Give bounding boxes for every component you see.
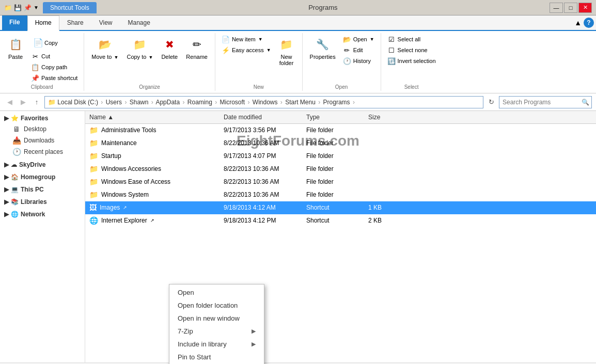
minimize-button[interactable]: — [550,3,563,13]
refresh-button[interactable]: ↻ [485,97,497,108]
delete-button[interactable]: ✖ Delete [158,34,181,62]
libraries-header[interactable]: ▶ 📚 Libraries [0,197,85,207]
tab-view[interactable]: View [91,15,120,30]
context-menu: Open Open folder location Open in new wi… [169,284,264,364]
table-row[interactable]: 📁Maintenance 8/22/2013 10:36 AM File fol… [85,137,596,150]
ctx-include-library[interactable]: Include in library ▶ [169,338,264,351]
col-header-name[interactable]: Name ▲ [85,113,219,122]
file-name: Windows Accessories [101,165,161,172]
organize-group: 📂 Move to ▼ 📁 Copy to ▼ ✖ Delete ✏ Renam… [84,33,215,91]
file-date: 8/22/2013 10:36 AM [219,177,302,186]
select-none-button[interactable]: ☐ Select none [385,45,438,55]
paste-shortcut-button[interactable]: 📌 Paste shortcut [29,73,80,83]
window-controls[interactable]: — □ ✕ [550,3,592,13]
new-group: 📄 New item ▼ ⚡ Easy access ▼ 📁 Newfolder… [215,33,303,91]
easy-access-button[interactable]: ⚡ Easy access ▼ [219,45,273,55]
search-box[interactable]: 🔍 [499,96,592,108]
paste-shortcut-icon: 📌 [31,74,39,82]
open-button[interactable]: 📂 Open ▼ [341,34,377,44]
paste-button[interactable]: 📋 Paste [4,34,27,62]
folder-icon: 📁 [89,178,98,186]
skydrive-header[interactable]: ▶ ☁ SkyDrive [0,160,85,170]
copy-button[interactable]: 📄 Copy [29,34,80,51]
folder-icon: 📁 [89,152,98,160]
new-folder-button[interactable]: 📁 Newfolder [275,34,298,68]
col-header-size[interactable]: Size [364,113,405,122]
col-header-date[interactable]: Date modified [219,113,302,122]
favorites-label: Favorites [21,115,48,122]
history-button[interactable]: 🕐 History [341,56,377,66]
open-group: 🔧 Properties 📂 Open ▼ ✏ Edit 🕐 History [303,33,381,91]
sidebar-item-downloads[interactable]: 📥 Downloads [0,135,85,146]
libraries-icon: 📚 [11,198,19,205]
ctx-open-folder[interactable]: Open folder location [169,299,264,312]
tab-manage[interactable]: Manage [120,15,158,30]
copy-label: Copy [44,40,58,46]
ctx-pin-start-label: Pin to Start [178,353,211,361]
ribbon-tabs: File Home Share View Manage ▲ ? [0,15,596,31]
file-date: 8/22/2013 10:36 AM [219,190,302,199]
ribbon: 📋 Paste 📄 Copy ✂ Cut 📋 Copy path 📌 [0,31,596,93]
ribbon-up-icon[interactable]: ▲ [574,19,582,27]
copy-path-label: Copy path [41,64,67,70]
file-date: 9/18/2013 4:12 AM [219,203,302,212]
address-bar: ◀ ▶ ↑ 📁 Local Disk (C:) › Users › Shawn … [0,93,596,111]
invert-selection-icon: 🔃 [387,57,396,65]
tab-home[interactable]: Home [27,15,59,31]
table-row[interactable]: 📁Windows Accessories 8/22/2013 10:36 AM … [85,163,596,176]
shortcut-tools-tab[interactable]: Shortcut Tools [43,2,97,13]
cut-button[interactable]: ✂ Cut [29,51,80,61]
copy-path-button[interactable]: 📋 Copy path [29,62,80,72]
favorites-header[interactable]: ▶ ⭐ Favorites [0,113,85,123]
edit-button[interactable]: ✏ Edit [341,45,377,55]
address-path[interactable]: 📁 Local Disk (C:) › Users › Shawn › AppD… [44,96,483,108]
table-row[interactable]: 🌐Internet Explorer↗ 9/18/2013 4:12 PM Sh… [85,214,596,227]
open-icon: 📂 [343,35,351,43]
tab-file[interactable]: File [2,15,27,30]
new-item-button[interactable]: 📄 New item ▼ [219,34,273,44]
search-input[interactable] [503,99,579,106]
table-row[interactable]: 🖼Images↗ 9/18/2013 4:12 AM Shortcut 1 KB [85,201,596,214]
ctx-pin-start[interactable]: Pin to Start [169,351,264,363]
ctx-7zip-label: 7-Zip [178,327,193,335]
rename-button[interactable]: ✏ Rename [183,34,211,62]
table-row[interactable]: 📁Windows System 8/22/2013 10:36 AM File … [85,188,596,201]
paste-label: Paste [8,54,23,60]
ctx-open-new-window[interactable]: Open in new window [169,312,264,325]
forward-button[interactable]: ▶ [18,97,29,108]
ctx-7zip[interactable]: 7-Zip ▶ [169,325,264,338]
file-size [364,142,405,144]
table-row[interactable]: 📁Windows Ease of Access 8/22/2013 10:36 … [85,176,596,188]
move-to-button[interactable]: 📂 Move to ▼ [88,34,121,62]
file-type: File folder [302,177,364,186]
copy-to-button[interactable]: 📁 Copy to ▼ [123,34,156,62]
file-type: File folder [302,151,364,161]
copy-to-icon: 📁 [132,36,148,53]
file-date: 9/17/2013 4:07 PM [219,151,302,161]
sidebar-item-desktop[interactable]: 🖥 Desktop [0,123,85,135]
downloads-label: Downloads [24,137,54,144]
table-row[interactable]: 📁Administrative Tools 9/17/2013 3:56 PM … [85,124,596,137]
homegroup-header[interactable]: ▶ 🏠 Homegroup [0,172,85,182]
select-all-button[interactable]: ☑ Select all [385,34,438,44]
invert-selection-button[interactable]: 🔃 Invert selection [385,56,438,66]
thispc-header[interactable]: ▶ 💻 This PC [0,184,85,195]
dropdown-arrow-icon[interactable]: ▼ [34,5,39,10]
new-folder-label: Newfolder [279,54,294,66]
col-header-type[interactable]: Type [302,113,364,122]
sidebar-item-recent[interactable]: 🕐 Recent places [0,146,85,157]
desktop-label: Desktop [24,125,46,133]
back-button[interactable]: ◀ [4,97,15,108]
up-button[interactable]: ↑ [31,97,42,108]
table-row[interactable]: 📁Startup 9/17/2013 4:07 PM File folder [85,150,596,163]
tab-share[interactable]: Share [59,15,91,30]
ctx-open[interactable]: Open [169,286,264,299]
close-button[interactable]: ✕ [578,3,592,13]
ribbon-help-icon[interactable]: ? [584,18,594,28]
file-size [364,129,405,131]
network-header[interactable]: ▶ 🌐 Network [0,209,85,219]
file-list: Name ▲ Date modified Type Size 📁Administ… [85,111,596,362]
file-type: Shortcut [302,203,364,212]
properties-button[interactable]: 🔧 Properties [307,34,339,62]
maximize-button[interactable]: □ [564,3,577,13]
